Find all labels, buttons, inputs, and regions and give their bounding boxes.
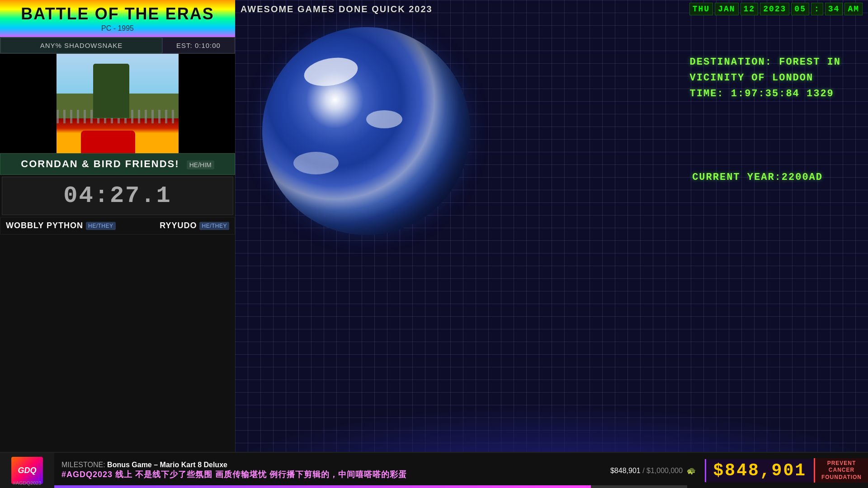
clock-separator: : [811,3,823,15]
webcam-area [0,54,235,153]
hashtag-text: #AGDQ2023 [13,480,42,486]
game-panel: AWESOME GAMES DONE QUICK 2023 THU JAN 12… [235,0,868,452]
terrain-bottom [235,361,868,452]
car-red [81,131,135,153]
clock-date: 12 [741,3,759,15]
runner-pronouns: HE/HIM [187,160,214,169]
left-panel: BATTLE OF THE ERAS PC - 1995 ANY% SHADOW… [0,0,235,452]
commentator-1: WOBBLY PYTHON HE/THEY [6,221,116,230]
game-current-year: CURRENT YEAR:2200AD [692,172,823,183]
donation-progress-fill [54,485,591,488]
scroll-text: #AGDQ2023 线上 不是线下少了些氛围 画质传输堪忧 例行播下剪辑的，中间… [61,469,596,480]
donation-progress-bar [54,485,687,488]
commentator-1-name: WOBBLY PYTHON [6,221,83,230]
commentator-2: RYYUDO HE/THEY [160,221,229,230]
milestone-text: MILESTONE: Bonus Game – Mario Kart 8 Del… [61,461,596,469]
webcam-image [57,54,179,153]
donation-goal: / [642,467,644,474]
cloud-1 [302,54,360,90]
clock-ampm: AM [844,3,863,15]
timer-value: 04:27.1 [63,183,171,209]
game-title: BATTLE OF THE ERAS [21,5,214,23]
clock-year: 2023 [760,3,789,15]
timer-display: 04:27.1 [2,177,233,215]
bottom-bar: GDQ #AGDQ2023 MILESTONE: Bonus Game – Ma… [0,452,868,488]
cloud-2 [366,110,402,128]
donation-goal-amount: $1,000,000 [646,467,683,474]
event-title: AWESOME GAMES DONE QUICK 2023 [241,4,433,14]
fence [57,110,179,123]
gdq-logo-text: GDQ [18,466,36,475]
commentators-bar: WOBBLY PYTHON HE/THEY RYYUDO HE/THEY [0,217,235,235]
cloud-3 [293,152,339,174]
commentator-2-name: RYYUDO [160,221,197,230]
earth-globe [262,27,470,235]
webcam-black-right [181,54,235,153]
donation-area: $848,901 / $1,000,000 🐢 [603,466,705,475]
title-area: BATTLE OF THE ERAS PC - 1995 [0,0,235,37]
runner-name: CORNDAN & BIRD FRIENDS! [21,158,179,169]
run-est: EST: 0:10:00 [162,38,235,53]
commentator-2-pronouns: HE/THEY [199,222,229,230]
run-info: ANY% SHADOWSNAKE EST: 0:10:00 [0,37,235,54]
donation-emoji: 🐢 [687,467,696,474]
milestone-game: Bonus Game – Mario Kart 8 Deluxe [107,461,227,469]
big-donation-display: $848,901 [705,459,814,482]
gdq-logo-area: GDQ #AGDQ2023 [0,452,54,488]
milestone-area: MILESTONE: Bonus Game – Mario Kart 8 Del… [54,458,603,483]
clock-minute: 34 [825,3,843,15]
clock-display: THU JAN 12 2023 05 : 34 AM [689,3,863,15]
runner-name-bar: CORNDAN & BIRD FRIENDS! HE/HIM [0,153,235,175]
donation-display: $848,901 / $1,000,000 🐢 [610,466,698,475]
clock-day: THU [689,3,713,15]
game-top-bar: AWESOME GAMES DONE QUICK 2023 THU JAN 12… [235,0,868,18]
cancer-foundation: PREVENT CANCER FOUNDATION [814,458,868,483]
webcam-black-left [0,54,59,153]
commentator-1-pronouns: HE/THEY [86,222,116,230]
game-destination-text: DESTINATION: FOREST INVICINITY OF LONDON… [690,54,841,102]
milestone-label: MILESTONE: [61,461,105,469]
clock-hour: 05 [791,3,809,15]
gdq-logo: GDQ [11,457,43,484]
donation-current-amount: $848,901 [610,467,641,474]
run-category: ANY% SHADOWSNAKE [0,38,162,53]
game-subtitle: PC - 1995 [101,24,134,33]
clock-month: JAN [715,3,738,15]
